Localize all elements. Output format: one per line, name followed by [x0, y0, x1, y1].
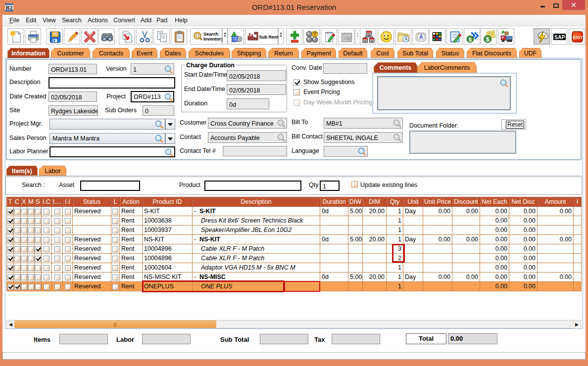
svg-text:?: ?	[313, 32, 316, 37]
svg-text:Inventory: Inventory	[203, 37, 222, 42]
svg-text:$: $	[469, 37, 472, 43]
svg-text:SAP: SAP	[554, 34, 565, 40]
svg-text:A: A	[419, 34, 423, 40]
svg-text:$: $	[486, 36, 490, 43]
svg-text:Search: Search	[203, 32, 218, 37]
svg-text:EXIT: EXIT	[573, 35, 584, 40]
svg-text:Sub Rent: Sub Rent	[259, 35, 278, 40]
